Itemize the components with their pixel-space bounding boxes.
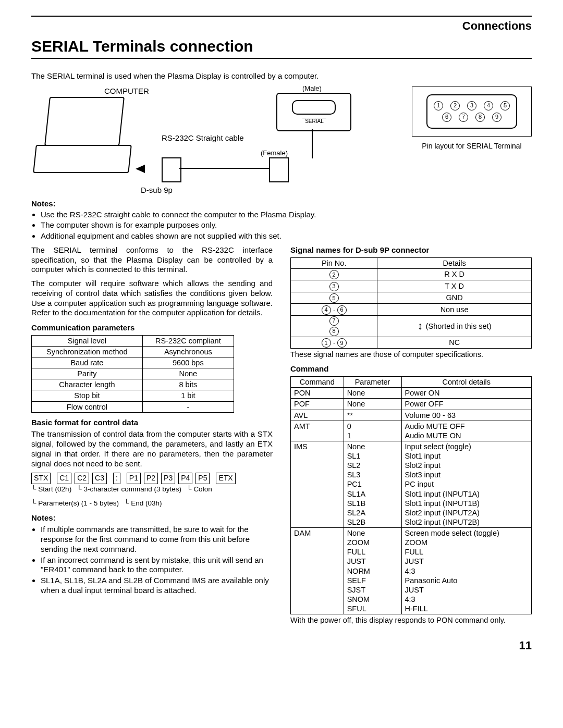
fmt-end: End	[131, 499, 143, 507]
table-cell: 78	[291, 315, 377, 337]
basic-format-text: The transmission of control data from th…	[31, 429, 273, 468]
table-cell: Character length	[32, 379, 143, 390]
format-cell: STX	[31, 473, 51, 484]
page-number: 11	[31, 638, 532, 653]
notes-header-1: Notes:	[31, 199, 532, 209]
format-cell: C1	[57, 473, 71, 484]
comm-params-table: Signal levelRS-232C compliantSynchroniza…	[31, 335, 234, 413]
signal-footnote: These signal names are those of computer…	[290, 350, 532, 359]
format-cell: P5	[195, 473, 210, 484]
fmt-cmd2: command (3 bytes)	[121, 485, 182, 493]
table-cell: None	[142, 368, 234, 379]
note-item: If multiple commands are transmitted, be…	[41, 525, 273, 554]
label-male: (Male)	[302, 84, 322, 93]
table-cell: RS-232C compliant	[142, 335, 234, 346]
fmt-end-hex: (03h)	[145, 499, 162, 507]
table-header: Parameter	[344, 377, 401, 388]
pin-layout-caption: Pin layout for SERIAL Terminal	[412, 142, 532, 151]
comm-params-header: Communication parameters	[31, 323, 273, 333]
section-header: Connections	[31, 19, 532, 33]
table-cell: -	[142, 401, 234, 412]
table-cell: Screen mode select (toggle)ZOOMFULLJUST4…	[401, 528, 532, 614]
table-cell: 5	[291, 292, 377, 304]
notes-header-2: Notes:	[31, 513, 273, 523]
table-cell: Stop bit	[32, 390, 143, 401]
table-cell: NoneSL1SL2SL3PC1SL1ASL1BSL2ASL2B	[344, 441, 401, 527]
table-cell: AMT	[291, 421, 344, 441]
command-header: Command	[290, 364, 532, 374]
signal-names-table: Pin No.Details2R X D3T X D5GND4 · 6Non u…	[290, 257, 532, 349]
command-table: CommandParameterControl detailsPONNonePo…	[290, 376, 532, 614]
table-cell: PON	[291, 388, 344, 399]
table-cell: **	[344, 410, 401, 421]
label-cable: RS-232C Straight cable	[162, 133, 244, 143]
format-cell: P4	[178, 473, 192, 484]
command-footnote: With the power off, this display respond…	[290, 615, 532, 625]
notes-list-2: If multiple commands are transmitted, be…	[31, 525, 273, 595]
format-cell: ETX	[216, 473, 235, 484]
table-cell: Baud rate	[32, 357, 143, 368]
fmt-colon: Colon	[193, 485, 212, 493]
fmt-cmd: 3-character	[83, 485, 119, 493]
format-cell: :	[113, 473, 120, 484]
note-item: If an incorrect command is sent by mista…	[41, 556, 273, 575]
table-cell: Parity	[32, 368, 143, 379]
label-dsub: D-sub 9p	[141, 186, 173, 195]
table-cell: 2	[291, 268, 377, 280]
format-cell: P3	[161, 473, 175, 484]
table-cell: IMS	[291, 441, 344, 527]
table-cell: 01	[344, 421, 401, 441]
table-cell: ↕(Shorted in this set)	[377, 315, 532, 337]
table-cell: R X D	[377, 268, 532, 280]
table-cell: Power OFF	[401, 399, 532, 410]
fmt-params: Parameter(s)	[38, 499, 79, 507]
table-cell: AVL	[291, 410, 344, 421]
table-header: Control details	[401, 377, 532, 388]
format-cell: C2	[75, 473, 89, 484]
table-cell: Flow control	[32, 401, 143, 412]
notes-list-1: Use the RS-232C straight cable to connec…	[31, 210, 532, 241]
table-cell: NC	[377, 337, 532, 349]
label-female: (Female)	[261, 149, 288, 157]
table-cell: T X D	[377, 280, 532, 292]
label-computer: COMPUTER	[104, 87, 149, 96]
table-cell: 8 bits	[142, 379, 234, 390]
format-cell: P1	[127, 473, 141, 484]
table-cell: 1 · 9	[291, 337, 377, 349]
format-cell: C3	[92, 473, 107, 484]
signal-names-header: Signal names for D-sub 9P connector	[290, 245, 532, 255]
basic-format-header: Basic format for control data	[31, 418, 273, 428]
body-para-1: The SERIAL terminal conforms to the RS-2…	[31, 245, 273, 275]
table-cell: Input select (toggle)Slot1 inputSlot2 in…	[401, 441, 532, 527]
fmt-start-hex: (02h)	[55, 485, 72, 493]
note-item: The computer shown is for example purpos…	[41, 220, 532, 230]
table-header: Details	[377, 257, 532, 268]
table-cell: Asynchronous	[142, 346, 234, 357]
table-cell: None	[344, 399, 401, 410]
table-cell: Non use	[377, 304, 532, 316]
table-cell: Synchronization method	[32, 346, 143, 357]
note-item: Additional equipment and cables shown ar…	[41, 231, 532, 241]
table-cell: Power ON	[401, 388, 532, 399]
format-cell: P2	[144, 473, 158, 484]
table-cell: DAM	[291, 528, 344, 614]
table-header: Pin No.	[291, 257, 377, 268]
body-para-2: The computer will require software which…	[31, 279, 273, 318]
table-cell: 4 · 6	[291, 304, 377, 316]
table-cell: Volume 00 - 63	[401, 410, 532, 421]
table-cell: NoneZOOMFULLJUSTNORMSELFSJSTSNOMSFUL	[344, 528, 401, 614]
fmt-start: Start	[38, 485, 53, 493]
table-cell: Signal level	[32, 335, 143, 346]
connection-diagram: COMPUTER (Male) SERIAL RS-232C Straight …	[31, 87, 401, 196]
table-cell: 1 bit	[142, 390, 234, 401]
note-item: SL1A, SL1B, SL2A and SL2B of Command IMS…	[41, 576, 273, 596]
table-cell: Audio MUTE OFFAudio MUTE ON	[401, 421, 532, 441]
format-boxes: STXC1C2C3:P1P2P3P4P5ETX	[31, 473, 273, 484]
table-header: Command	[291, 377, 344, 388]
label-serial: SERIAL	[302, 118, 326, 125]
fmt-params2: (1 - 5 bytes)	[81, 499, 119, 507]
table-cell: 9600 bps	[142, 357, 234, 368]
intro-text: The SERIAL terminal is used when the Pla…	[31, 71, 532, 81]
table-cell: 3	[291, 280, 377, 292]
table-cell: GND	[377, 292, 532, 304]
